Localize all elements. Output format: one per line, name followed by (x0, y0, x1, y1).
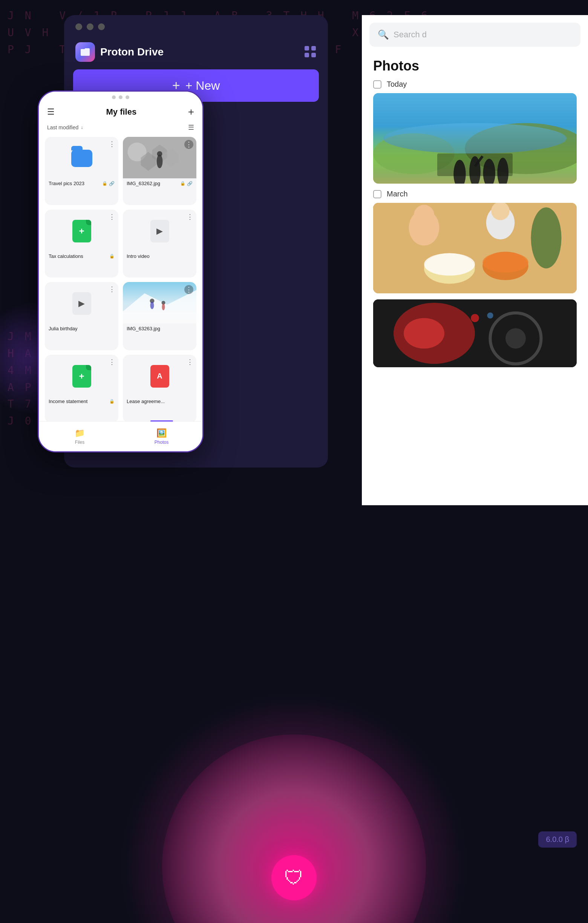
traffic-close[interactable] (75, 23, 82, 30)
files-nav-label: Files (75, 440, 84, 445)
file-more-menu-income[interactable]: ⋮ (108, 358, 115, 366)
folder-icon (71, 150, 92, 167)
file-name-lease: Lease agreeme... (127, 399, 193, 404)
file-card-inner-julia: ⋮ ▶ (45, 282, 118, 324)
file-card-inner-img: ⋮ (123, 137, 197, 178)
link-icon: 🔗 (109, 181, 115, 186)
beach-svg (373, 93, 577, 184)
phone-bottom-nav: 📁 Files 🖼️ Photos (39, 421, 202, 451)
proton-header: Proton Drive (64, 38, 328, 69)
sort-arrow-icon: ↓ (81, 125, 83, 130)
svg-point-17 (414, 205, 434, 225)
file-name-julia: Julia birthday (49, 326, 115, 332)
food-svg (373, 203, 577, 293)
file-grid: ⋮ Travel pics 2023 🔒 🔗 ⋮ (39, 134, 202, 426)
file-more-menu-lease[interactable]: ⋮ (187, 358, 193, 366)
phone-title: My files (106, 107, 136, 117)
car-photo-image (373, 299, 577, 367)
file-name-tax: Tax calculations (49, 253, 108, 259)
march-checkbox[interactable] (373, 190, 382, 198)
nav-item-files[interactable]: 📁 Files (39, 422, 121, 451)
file-card-inner-video: ⋮ ▶ (123, 210, 197, 251)
file-name-row: Travel pics 2023 🔒 🔗 (45, 178, 118, 189)
link-icon-img: 🔗 (187, 181, 193, 186)
shield-button[interactable]: 🛡 (271, 855, 317, 900)
today-checkbox[interactable] (373, 80, 382, 89)
traffic-minimize[interactable] (87, 23, 93, 30)
file-card-tax[interactable]: ⋮ + Tax calculations 🔒 (45, 210, 118, 278)
doc-green-icon: + (72, 220, 91, 242)
svg-point-24 (506, 328, 526, 349)
svg-point-12 (424, 253, 475, 276)
photos-date-today: Today (373, 80, 577, 89)
lock-icon-income: 🔒 (109, 399, 115, 404)
file-name-img: IMG_63262.jpg (127, 181, 179, 186)
notch-dot-3 (126, 95, 129, 99)
video-icon: ▶ (151, 220, 169, 242)
sort-label[interactable]: Last modified ↓ (47, 125, 83, 130)
svg-point-14 (482, 252, 529, 273)
svg-point-3 (383, 123, 567, 154)
new-button-label: + New (185, 79, 220, 93)
sort-bar: Last modified ↓ ☰ (39, 121, 202, 134)
file-name-row-julia: Julia birthday (45, 324, 118, 335)
nav-item-photos[interactable]: 🖼️ Photos (121, 422, 202, 451)
file-card-inner-income: ⋮ + (45, 355, 118, 396)
svg-point-6 (483, 159, 495, 184)
car-svg (373, 299, 577, 367)
mobile-phone: ☰ My files + Last modified ↓ ☰ ⋮ Travel … (38, 90, 203, 452)
file-name-row-img: IMG_63262.jpg 🔒 🔗 (123, 178, 197, 189)
phone-header: ☰ My files + (39, 103, 202, 121)
lock-icon-tax: 🔒 (109, 254, 115, 259)
file-more-menu-video[interactable]: ⋮ (187, 213, 193, 221)
svg-point-37 (151, 302, 154, 309)
svg-point-32 (157, 154, 163, 168)
proton-folder-svg (79, 46, 91, 58)
file-name-income: Income statement (49, 399, 108, 404)
file-more-menu-img[interactable]: ⋮ (184, 140, 193, 149)
right-panel: 🔍 Search d Photos Today (362, 15, 588, 505)
file-more-menu-tax[interactable]: ⋮ (108, 213, 115, 221)
app-title: Proton Drive (100, 46, 164, 58)
file-more-menu-julia[interactable]: ⋮ (108, 285, 115, 293)
pdf-sym: A (157, 372, 162, 381)
file-more-menu-img63263[interactable]: ⋮ (184, 285, 193, 294)
file-name-row-tax: Tax calculations 🔒 (45, 251, 118, 262)
svg-point-15 (531, 207, 562, 268)
nav-active-indicator (151, 420, 173, 422)
proton-logo: Proton Drive (75, 42, 164, 62)
file-card-inner-lease: ⋮ A (123, 355, 197, 396)
phone-status-bar (39, 92, 202, 103)
file-name-row-video: Intro video (123, 251, 197, 262)
file-more-menu[interactable]: ⋮ (108, 140, 115, 148)
phone-add-icon[interactable]: + (188, 106, 194, 118)
file-name-img63263: IMG_63263.jpg (127, 326, 193, 332)
file-card-img63263[interactable]: ⋮ (123, 282, 197, 350)
income-doc-icon: + (72, 365, 91, 388)
file-card-julia[interactable]: ⋮ ▶ Julia birthday (45, 282, 118, 350)
grid-apps-icon[interactable] (305, 46, 317, 58)
traffic-maximize[interactable] (98, 23, 105, 30)
window-traffic-lights (64, 15, 328, 38)
search-bar[interactable]: 🔍 Search d (369, 23, 580, 47)
file-card-travel[interactable]: ⋮ Travel pics 2023 🔒 🔗 (45, 137, 118, 205)
file-name-row-img63263: IMG_63263.jpg (123, 324, 197, 335)
file-card-income[interactable]: ⋮ + Income statement 🔒 (45, 355, 118, 423)
file-name: Travel pics 2023 (49, 181, 101, 186)
today-label: Today (387, 80, 407, 89)
files-nav-icon: 📁 (75, 428, 85, 438)
svg-point-7 (497, 158, 508, 184)
svg-line-8 (475, 156, 482, 166)
car-photo (373, 299, 577, 367)
view-toggle-icon[interactable]: ☰ (188, 123, 194, 131)
hamburger-icon[interactable]: ☰ (47, 107, 55, 117)
file-card-video[interactable]: ⋮ ▶ Intro video (123, 210, 197, 278)
file-card-img63262[interactable]: ⋮ IMG_63262.jpg 🔒 🔗 (123, 137, 197, 205)
lock-icon-img: 🔒 (180, 181, 185, 186)
svg-point-25 (471, 314, 479, 322)
svg-point-4 (454, 160, 465, 184)
shield-icon: 🛡 (284, 866, 304, 889)
julia-play-sym: ▶ (79, 299, 85, 309)
file-card-lease[interactable]: ⋮ A Lease agreeme... (123, 355, 197, 423)
search-placeholder: Search d (393, 30, 427, 39)
